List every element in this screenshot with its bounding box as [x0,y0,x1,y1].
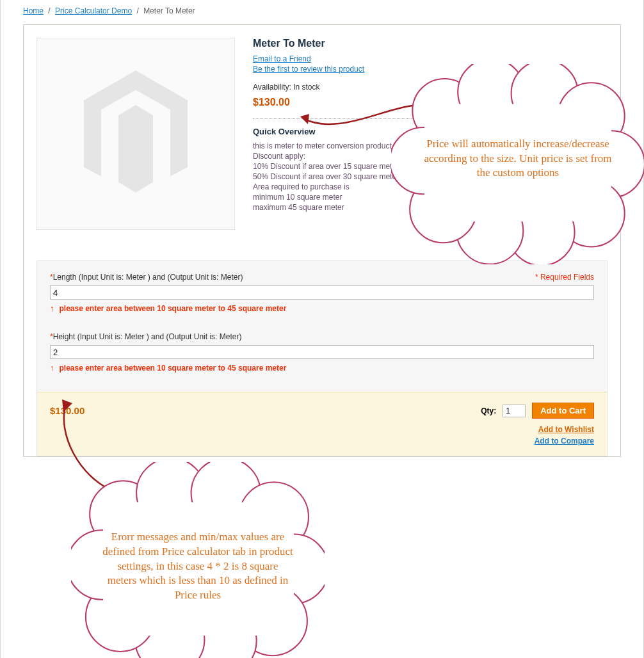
breadcrumb: Home / Price Calculator Demo / Meter To … [1,0,643,24]
overview-line: 50% Discount if area over 30 square mete… [253,172,608,181]
required-fields-note: * Required Fields [535,273,594,282]
breadcrumb-home[interactable]: Home [23,6,44,15]
annotation-callout-error: Erorr messages and min/max values are de… [83,474,313,658]
overview-line: 10% Discount if area over 15 square mete… [253,162,608,171]
svg-point-20 [71,530,136,599]
email-friend-link[interactable]: Email to a Friend [253,54,311,63]
svg-rect-21 [103,502,294,636]
svg-point-19 [86,582,155,652]
first-review-link[interactable]: Be the first to review this product [253,65,364,74]
svg-point-14 [239,482,309,551]
height-label: *Height (Input Unit is: Meter ) and (Out… [50,332,241,341]
annotation-arrow-icon [53,394,136,497]
magento-logo-icon [78,70,193,198]
availability-value: In stock [293,83,319,92]
svg-point-13 [191,462,261,527]
product-title: Meter To Meter [253,38,608,49]
length-label: *Length (Input Unit is: Meter ) and (Out… [50,273,243,282]
availability: Availability: In stock [253,83,608,92]
qty-label: Qty: [481,406,496,415]
svg-point-17 [187,606,256,658]
breadcrumb-sep: / [134,6,141,15]
quick-overview-body: this is meter to meter conversion produc… [253,141,608,212]
length-input[interactable] [50,285,594,300]
annotation-arrow-icon [295,100,442,145]
availability-label: Availability: [253,83,291,92]
breadcrumb-sep: / [45,6,52,15]
error-arrow-icon: ↑ [50,363,54,373]
overview-line: minimum 10 square meter [253,193,608,202]
svg-point-16 [238,586,307,655]
svg-point-12 [136,462,205,527]
svg-point-15 [259,534,325,604]
qty-input[interactable] [503,405,526,417]
svg-point-18 [135,605,204,658]
overview-line: maximum 45 square meter [253,203,608,212]
add-to-cart-button[interactable]: Add to Cart [532,403,594,419]
breadcrumb-current: Meter To Meter [143,6,195,15]
height-error-message: please enter area between 10 square mete… [60,364,287,373]
error-arrow-icon: ↑ [50,303,54,313]
annotation-text: Erorr messages and min/max values are de… [102,530,294,604]
height-input[interactable] [50,345,594,359]
length-error-message: please enter area between 10 square mete… [60,304,287,313]
overview-line: Area required to purchase is [253,182,608,191]
breadcrumb-category[interactable]: Price Calculator Demo [55,6,132,15]
overview-line: Discount apply: [253,152,608,161]
product-image-placeholder [36,38,235,230]
